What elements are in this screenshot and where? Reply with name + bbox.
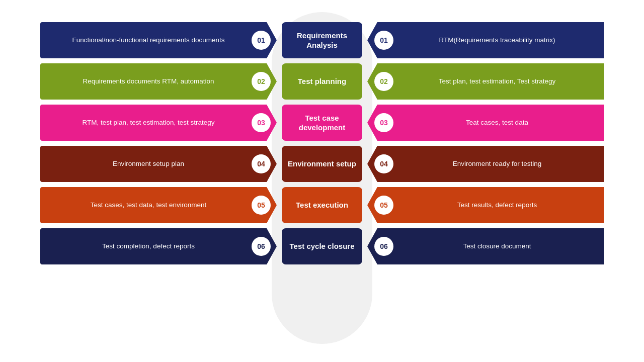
left-badge-row-6: 06	[252, 237, 271, 256]
left-column: Functional/non-functional requirements d…	[40, 22, 277, 264]
center-box-row-6: Test cycle closure	[282, 228, 362, 264]
left-text-row-6: Test completion, defect reports	[49, 242, 248, 251]
center-box-row-4: Environment setup	[282, 146, 362, 182]
left-text-row-2: Requirements documents RTM, automation	[49, 77, 248, 86]
left-text-row-3: RTM, test plan, test estimation, test st…	[49, 118, 248, 127]
center-box-row-5: Test execution	[282, 187, 362, 223]
left-text-row-4: Environment setup plan	[49, 159, 248, 168]
right-badge-row-1: 01	[374, 31, 393, 50]
right-text-row-6: Test closure document	[399, 242, 595, 251]
right-arrow-row-4: 04 Environment ready for testing	[367, 146, 604, 182]
right-column: 01 RTM(Requirements traceability matrix)…	[367, 22, 604, 264]
left-arrow-row-3: RTM, test plan, test estimation, test st…	[40, 105, 277, 141]
left-badge-row-2: 02	[252, 72, 271, 91]
right-text-row-1: RTM(Requirements traceability matrix)	[399, 36, 595, 45]
right-arrow-row-2: 02 Test plan, test estimation, Test stra…	[367, 63, 604, 100]
right-text-row-4: Environment ready for testing	[399, 159, 595, 168]
right-badge-row-3: 03	[374, 113, 393, 132]
center-box-row-3: Test case development	[282, 105, 362, 141]
left-text-row-1: Functional/non-functional requirements d…	[49, 36, 248, 45]
left-badge-row-1: 01	[252, 31, 271, 50]
right-badge-row-4: 04	[374, 154, 393, 173]
left-badge-row-3: 03	[252, 113, 271, 132]
right-text-row-3: Teat cases, test data	[399, 118, 595, 127]
main-container: Functional/non-functional requirements d…	[0, 22, 644, 264]
right-arrow-row-3: 03 Teat cases, test data	[367, 105, 604, 141]
left-badge-row-4: 04	[252, 154, 271, 173]
left-arrow-row-2: Requirements documents RTM, automation 0…	[40, 63, 277, 100]
left-arrow-row-4: Environment setup plan 04	[40, 146, 277, 182]
left-arrow-row-1: Functional/non-functional requirements d…	[40, 22, 277, 58]
left-arrow-row-5: Test cases, test data, test environment …	[40, 187, 277, 223]
right-arrow-row-5: 05 Test results, defect reports	[367, 187, 604, 223]
left-arrow-row-6: Test completion, defect reports 06	[40, 228, 277, 264]
right-badge-row-5: 05	[374, 196, 393, 215]
center-column: Requirements AnalysisTest planningTest c…	[277, 22, 367, 264]
center-box-row-1: Requirements Analysis	[282, 22, 362, 58]
right-arrow-row-6: 06 Test closure document	[367, 228, 604, 264]
right-text-row-5: Test results, defect reports	[399, 201, 595, 210]
center-box-row-2: Test planning	[282, 63, 362, 100]
right-arrow-row-1: 01 RTM(Requirements traceability matrix)	[367, 22, 604, 58]
left-badge-row-5: 05	[252, 196, 271, 215]
right-badge-row-2: 02	[374, 72, 393, 91]
right-badge-row-6: 06	[374, 237, 393, 256]
right-text-row-2: Test plan, test estimation, Test strateg…	[399, 77, 595, 86]
left-text-row-5: Test cases, test data, test environment	[49, 201, 248, 210]
